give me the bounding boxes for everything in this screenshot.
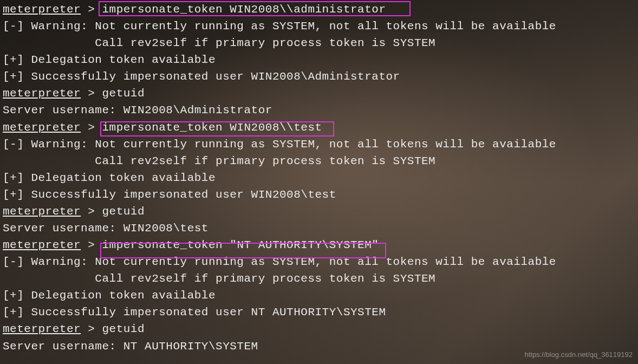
terminal-line: [-] Warning: Not currently running as SY… bbox=[3, 136, 635, 153]
watermark-text: https://blog.csdn.net/qq_36119192 bbox=[525, 349, 633, 360]
prompt-separator: > bbox=[81, 323, 102, 335]
prompt-label: meterpreter bbox=[3, 3, 81, 16]
terminal-line: [+] Successfully impersonated user WIN20… bbox=[3, 68, 635, 85]
terminal-line: meterpreter > getuid bbox=[3, 85, 635, 102]
terminal-line: Server username: WIN2008\Administrator bbox=[3, 102, 635, 119]
terminal-line: [+] Delegation token available bbox=[3, 51, 635, 68]
prompt-separator: > bbox=[81, 205, 102, 218]
prompt-separator: > bbox=[81, 239, 102, 251]
terminal-line: Server username: WIN2008\test bbox=[3, 220, 635, 237]
terminal-line: [+] Successfully impersonated user WIN20… bbox=[3, 186, 635, 203]
terminal-line: Call rev2self if primary process token i… bbox=[3, 270, 635, 287]
prompt-label: meterpreter bbox=[3, 205, 81, 218]
terminal-line: meterpreter > getuid bbox=[3, 321, 635, 337]
terminal-line: [+] Delegation token available bbox=[3, 287, 635, 304]
prompt-label: meterpreter bbox=[3, 323, 81, 335]
terminal-line: Call rev2self if primary process token i… bbox=[3, 153, 635, 170]
terminal-line: meterpreter > getuid bbox=[3, 203, 635, 220]
terminal-line: [+] Successfully impersonated user NT AU… bbox=[3, 304, 635, 321]
highlight-box bbox=[99, 1, 411, 16]
highlight-box bbox=[100, 121, 334, 136]
highlight-box bbox=[100, 243, 386, 258]
terminal-output: meterpreter > impersonate_token WIN2008\… bbox=[0, 0, 638, 356]
terminal-line: [+] Delegation token available bbox=[3, 170, 635, 186]
command-text: getuid bbox=[102, 323, 145, 335]
prompt-separator: > bbox=[81, 121, 102, 134]
prompt-separator: > bbox=[81, 87, 102, 100]
prompt-label: meterpreter bbox=[3, 87, 81, 100]
prompt-label: meterpreter bbox=[3, 121, 81, 134]
terminal-line: Call rev2self if primary process token i… bbox=[3, 35, 635, 51]
command-text: getuid bbox=[102, 205, 145, 218]
command-text: getuid bbox=[102, 87, 145, 100]
prompt-label: meterpreter bbox=[3, 239, 81, 251]
terminal-line: [-] Warning: Not currently running as SY… bbox=[3, 18, 635, 35]
